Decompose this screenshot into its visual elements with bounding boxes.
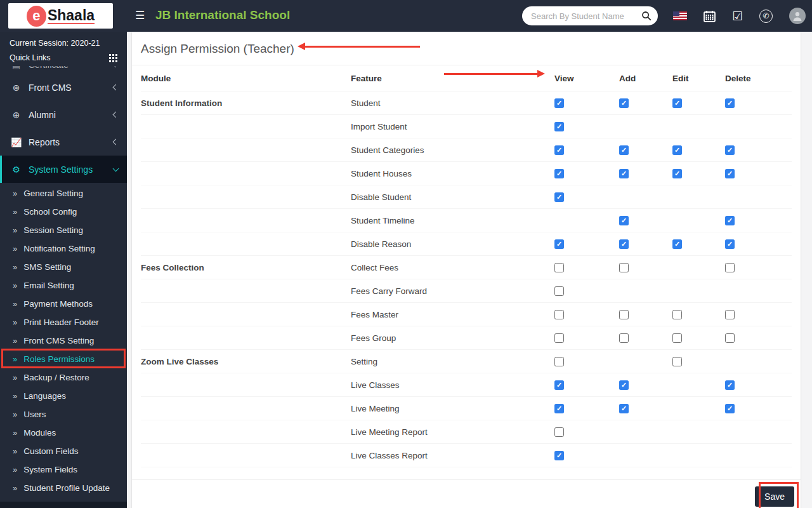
search-icon[interactable] xyxy=(641,11,652,21)
hamburger-menu-icon[interactable]: ☰ xyxy=(135,9,145,22)
whatsapp-icon[interactable]: ✆ xyxy=(759,10,773,23)
permission-checkbox-edit[interactable]: ✓ xyxy=(672,239,682,249)
permission-checkbox-delete[interactable]: ✓ xyxy=(725,404,735,413)
submenu-item-users[interactable]: »Users xyxy=(0,405,127,424)
submenu-item-front-cms-setting[interactable]: »Front CMS Setting xyxy=(0,331,127,350)
submenu-item-label: General Setting xyxy=(23,189,83,198)
submenu-item-payment-methods[interactable]: »Payment Methods xyxy=(0,295,127,313)
quick-links-label: Quick Links xyxy=(10,53,51,62)
permission-checkbox-delete[interactable]: ✓ xyxy=(725,239,735,249)
permission-checkbox-add[interactable]: ✓ xyxy=(619,145,629,155)
sidebar-item-alumni[interactable]: ⊕Alumni xyxy=(0,101,127,128)
sidebar-item-certificate-clipped[interactable]: ▤ Certificate xyxy=(0,66,127,74)
permission-checkbox-add[interactable]: ✓ xyxy=(619,380,629,390)
add-cell xyxy=(619,115,672,138)
sidebar-item-front-cms[interactable]: ⊛Front CMS xyxy=(0,74,127,101)
permission-checkbox-delete[interactable]: ✓ xyxy=(725,145,735,155)
col-feature: Feature xyxy=(351,65,554,91)
submenu-item-modules[interactable]: »Modules xyxy=(0,424,127,442)
permission-checkbox-delete[interactable]: ✓ xyxy=(725,169,735,178)
app-logo[interactable]: e Shaala xyxy=(8,3,113,29)
table-row: Student Houses✓✓✓✓ xyxy=(141,162,792,185)
permission-checkbox-add[interactable]: ✓ xyxy=(619,216,629,225)
permission-checkbox-view[interactable]: ✓ xyxy=(554,451,564,460)
feature-cell: Collect Fees xyxy=(351,256,554,279)
permission-checkbox-delete[interactable]: ✓ xyxy=(725,216,735,225)
submenu-item-backup-restore[interactable]: »Backup / Restore xyxy=(0,368,127,387)
permission-checkbox-add[interactable] xyxy=(619,333,629,343)
permission-checkbox-view[interactable]: ✓ xyxy=(554,192,564,202)
table-row: Zoom Live ClassesSetting xyxy=(141,350,792,373)
submenu-item-system-fields[interactable]: »System Fields xyxy=(0,460,127,479)
submenu-item-label: Print Header Footer xyxy=(23,318,99,327)
permission-checkbox-delete[interactable] xyxy=(725,310,735,319)
permission-checkbox-view[interactable]: ✓ xyxy=(554,169,564,178)
table-row: Student Timeline✓✓ xyxy=(141,209,792,232)
quick-links[interactable]: Quick Links xyxy=(0,48,127,66)
permission-checkbox-view[interactable] xyxy=(554,427,564,437)
double-chevron-icon: » xyxy=(13,336,17,345)
permission-checkbox-view[interactable]: ✓ xyxy=(554,145,564,155)
table-row: Disable Student✓ xyxy=(141,185,792,209)
submenu-item-languages[interactable]: »Languages xyxy=(0,387,127,405)
permission-checkbox-view[interactable] xyxy=(554,333,564,343)
search-input[interactable] xyxy=(531,11,641,21)
submenu-item-email-setting[interactable]: »Email Setting xyxy=(0,276,127,295)
permission-checkbox-add[interactable]: ✓ xyxy=(619,98,629,108)
submenu-item-sms-setting[interactable]: »SMS Setting xyxy=(0,258,127,276)
submenu-item-school-config[interactable]: »School Config xyxy=(0,203,127,221)
calendar-icon[interactable] xyxy=(704,10,716,22)
submenu-item-custom-fields[interactable]: »Custom Fields xyxy=(0,442,127,460)
col-add: Add xyxy=(619,65,672,91)
add-cell xyxy=(619,185,672,209)
chevron-left-icon xyxy=(113,112,119,118)
permission-checkbox-add[interactable]: ✓ xyxy=(619,169,629,178)
permission-checkbox-delete[interactable]: ✓ xyxy=(725,380,735,390)
permission-checkbox-view[interactable]: ✓ xyxy=(554,122,564,131)
permission-checkbox-add[interactable] xyxy=(619,310,629,319)
submenu-item-general-setting[interactable]: »General Setting xyxy=(0,184,127,203)
language-us-flag-icon[interactable] xyxy=(673,11,687,20)
permission-checkbox-view[interactable]: ✓ xyxy=(554,239,564,249)
chevron-down-icon xyxy=(113,165,119,171)
permission-checkbox-edit[interactable]: ✓ xyxy=(672,145,682,155)
submenu-item-label: Front CMS Setting xyxy=(23,336,94,345)
submenu-item-notification-setting[interactable]: »Notification Setting xyxy=(0,239,127,258)
permission-checkbox-delete[interactable]: ✓ xyxy=(725,98,735,108)
sidebar-item-system-settings[interactable]: ⚙System Settings xyxy=(0,156,127,183)
permission-checkbox-edit[interactable] xyxy=(672,310,682,319)
permission-checkbox-edit[interactable] xyxy=(672,357,682,366)
edit-cell: ✓ xyxy=(672,138,725,162)
view-cell: ✓ xyxy=(554,162,619,185)
permission-checkbox-view[interactable]: ✓ xyxy=(554,404,564,413)
permission-checkbox-edit[interactable]: ✓ xyxy=(672,169,682,178)
user-avatar[interactable] xyxy=(789,8,806,24)
permission-checkbox-view[interactable]: ✓ xyxy=(554,380,564,390)
permission-checkbox-view[interactable] xyxy=(554,310,564,319)
save-button[interactable]: Save xyxy=(755,486,794,507)
permission-checkbox-view[interactable] xyxy=(554,357,564,366)
permission-checkbox-edit[interactable]: ✓ xyxy=(672,98,682,108)
double-chevron-icon: » xyxy=(13,281,17,290)
permission-checkbox-add[interactable] xyxy=(619,263,629,272)
add-cell: ✓ xyxy=(619,138,672,162)
view-cell: ✓ xyxy=(554,115,619,138)
table-row: Fees Carry Forward xyxy=(141,279,792,303)
delete-cell: ✓ xyxy=(725,91,792,115)
module-cell xyxy=(141,232,351,256)
permission-checkbox-delete[interactable] xyxy=(725,333,735,343)
permission-checkbox-view[interactable]: ✓ xyxy=(554,98,564,108)
double-chevron-icon: » xyxy=(13,391,17,401)
permission-checkbox-edit[interactable] xyxy=(672,333,682,343)
permission-checkbox-view[interactable] xyxy=(554,286,564,296)
tasks-icon[interactable]: ☑ xyxy=(732,10,743,22)
permission-checkbox-add[interactable]: ✓ xyxy=(619,239,629,249)
submenu-item-print-header-footer[interactable]: »Print Header Footer xyxy=(0,313,127,331)
sidebar-item-reports[interactable]: 📈Reports xyxy=(0,128,127,156)
permission-checkbox-view[interactable] xyxy=(554,263,564,272)
permission-checkbox-delete[interactable] xyxy=(725,263,735,272)
permission-checkbox-add[interactable]: ✓ xyxy=(619,404,629,413)
submenu-item-student-profile-update[interactable]: »Student Profile Update xyxy=(0,479,127,497)
submenu-item-session-setting[interactable]: »Session Setting xyxy=(0,221,127,239)
submenu-item-roles-permissions[interactable]: »Roles Permissions xyxy=(0,350,127,368)
